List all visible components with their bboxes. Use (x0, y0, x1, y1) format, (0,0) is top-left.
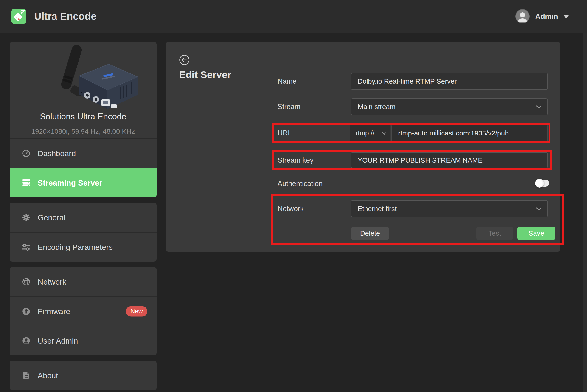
stream-label: Stream (278, 98, 301, 115)
user-circle-icon (21, 336, 31, 346)
network-select[interactable]: Ethernet first (351, 200, 548, 217)
sidebar-item-network[interactable]: Network (10, 267, 157, 296)
sidebar-item-label: Streaming Server (38, 178, 102, 188)
url-input[interactable] (391, 125, 548, 142)
delete-button[interactable]: Delete (351, 227, 389, 240)
sidebar-item-label: Firmware (38, 307, 70, 316)
stream-select-value: Main stream (358, 103, 396, 111)
chevron-down-icon (564, 16, 569, 18)
server-stack-icon (21, 178, 31, 188)
sidebar-item-general[interactable]: General (10, 203, 157, 232)
toggle-knob (535, 179, 544, 188)
sidebar-block-settings: General Encoding Parameters (10, 203, 157, 262)
stream-select[interactable]: Main stream (351, 98, 548, 115)
sidebar-item-label: About (38, 371, 58, 380)
name-input[interactable] (351, 73, 548, 90)
back-button[interactable] (179, 55, 190, 65)
top-header: Ultra Encode Admin (0, 0, 587, 32)
sidebar-block-system: Network Firmware New User Admin (10, 267, 157, 355)
network-label: Network (278, 200, 304, 217)
page-title: Edit Server (179, 69, 231, 80)
sidebar-item-streaming-server[interactable]: Streaming Server (10, 168, 157, 197)
sidebar-item-label: Dashboard (38, 149, 76, 158)
authentication-label: Authentication (278, 178, 323, 190)
stream-key-label: Stream key (278, 152, 314, 168)
scrollbar-track[interactable] (583, 32, 587, 392)
avatar (515, 9, 530, 24)
sidebar-item-label: User Admin (38, 336, 78, 346)
new-badge: New (126, 306, 147, 317)
sidebar-item-label: General (38, 213, 65, 222)
user-menu[interactable]: Admin (515, 0, 569, 32)
sidebar-block-about: About (10, 361, 157, 390)
device-image (26, 42, 140, 113)
document-icon (21, 370, 31, 380)
sidebar-item-encoding-parameters[interactable]: Encoding Parameters (10, 232, 157, 262)
sidebar-item-label: Encoding Parameters (38, 243, 113, 252)
sidebar-item-label: Network (38, 278, 66, 286)
chevron-down-icon (536, 205, 542, 210)
test-button[interactable]: Test (476, 227, 513, 240)
save-button[interactable]: Save (518, 227, 555, 240)
sidebar-item-dashboard[interactable]: Dashboard (10, 138, 157, 168)
sidebar-item-user-admin[interactable]: User Admin (10, 326, 157, 355)
gauge-icon (21, 148, 31, 158)
device-signal-info: 1920×1080i, 59.94 Hz, 48.00 KHz (31, 128, 135, 135)
chevron-down-icon (536, 103, 542, 108)
url-protocol-select[interactable]: rtmp:// (350, 125, 390, 142)
authentication-toggle[interactable] (536, 180, 549, 187)
network-select-value: Ethernet first (358, 205, 397, 213)
globe-icon (21, 277, 31, 287)
chevron-down-icon (382, 130, 386, 134)
stream-key-input[interactable] (351, 152, 548, 168)
user-name: Admin (535, 12, 558, 21)
url-protocol-value: rtmp:// (356, 129, 374, 137)
sliders-icon (21, 242, 31, 252)
app-title: Ultra Encode (34, 10, 96, 22)
sidebar-item-firmware[interactable]: Firmware New (10, 296, 157, 326)
sidebar-block-device: Solutions Ultra Encode 1920×1080i, 59.94… (10, 42, 157, 197)
sidebar-item-about[interactable]: About (10, 361, 157, 390)
edit-server-panel: Edit Server Name Stream Main stream URL … (166, 42, 560, 252)
app-logo-icon (11, 9, 26, 24)
device-name: Solutions Ultra Encode (40, 112, 126, 122)
name-label: Name (278, 73, 297, 90)
device-preview: Solutions Ultra Encode 1920×1080i, 59.94… (10, 42, 157, 138)
url-label: URL (278, 125, 292, 142)
upload-circle-icon (21, 306, 31, 316)
gear-icon (21, 212, 31, 222)
